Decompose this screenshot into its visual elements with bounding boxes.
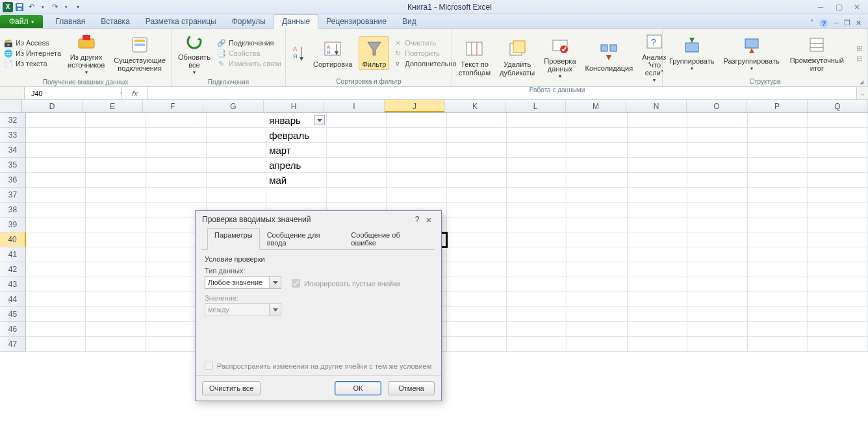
qat-customize-icon[interactable]: ▾ (73, 2, 83, 12)
from-text-button[interactable]: 📄Из текста (4, 59, 61, 68)
cell[interactable] (748, 203, 808, 217)
cell[interactable] (748, 113, 808, 128)
tab-home[interactable]: Главная (48, 15, 94, 28)
cell[interactable] (687, 188, 748, 203)
cell[interactable] (687, 277, 748, 292)
cell[interactable] (146, 128, 207, 143)
cell[interactable] (748, 307, 808, 322)
cell[interactable] (207, 128, 267, 143)
cell[interactable] (447, 217, 507, 232)
row-header[interactable]: 47 (0, 337, 26, 352)
cell[interactable] (146, 188, 207, 203)
cell[interactable] (207, 143, 267, 158)
cell[interactable] (687, 158, 748, 173)
cell[interactable] (387, 158, 447, 173)
hide-detail-button[interactable]: ⊟ (854, 54, 863, 63)
cell[interactable] (567, 322, 628, 337)
data-validation-button[interactable]: Проверка данных▾ (541, 34, 578, 81)
cell[interactable] (146, 143, 207, 158)
cell[interactable] (507, 322, 567, 337)
cell[interactable] (507, 143, 567, 158)
column-header[interactable]: D (22, 100, 83, 112)
undo-dd-icon[interactable]: ▾ (38, 2, 48, 12)
cell[interactable] (507, 173, 567, 188)
ungroup-button[interactable]: Разгруппировать▾ (721, 34, 782, 73)
cell[interactable] (567, 113, 628, 128)
dialog-tab-input-msg[interactable]: Сообщение для ввода (260, 228, 344, 249)
cell[interactable] (507, 337, 567, 352)
filter-dropdown-icon[interactable] (314, 115, 325, 125)
tab-view[interactable]: Вид (394, 15, 424, 28)
from-access-button[interactable]: 🗃️Из Access (4, 38, 61, 47)
cell[interactable] (567, 277, 628, 292)
cell[interactable] (26, 247, 86, 262)
cell[interactable] (447, 173, 507, 188)
clear-filter-button[interactable]: ⨯Очистить (393, 38, 456, 47)
cell[interactable] (266, 188, 327, 203)
cell[interactable] (26, 173, 86, 188)
cell[interactable] (86, 143, 146, 158)
row-header[interactable]: 38 (0, 203, 26, 217)
redo-dd-icon[interactable]: ▾ (61, 2, 71, 12)
cell[interactable] (507, 203, 567, 217)
cell[interactable] (808, 232, 868, 247)
cell[interactable] (628, 247, 688, 262)
dialog-cancel-button[interactable]: Отмена (388, 381, 435, 395)
cell[interactable] (808, 203, 868, 217)
cell[interactable] (26, 277, 86, 292)
dialog-ignore-blank-checkbox[interactable] (292, 279, 300, 288)
dialog-help-button[interactable]: ? (411, 215, 423, 224)
cell[interactable] (327, 173, 387, 188)
cell[interactable] (687, 262, 748, 277)
fx-button[interactable]: fx (122, 87, 148, 99)
cell[interactable] (447, 262, 507, 277)
refresh-all-button[interactable]: Обновить все▾ (175, 30, 213, 77)
cell[interactable] (628, 173, 688, 188)
close-button[interactable]: ✕ (852, 3, 862, 12)
cell[interactable] (86, 322, 146, 337)
connections-button[interactable]: 🔗Подключения (217, 38, 281, 47)
cell[interactable] (86, 173, 146, 188)
cell[interactable] (808, 113, 868, 128)
cell[interactable] (628, 292, 688, 307)
cell[interactable] (507, 128, 567, 143)
dialog-type-combo[interactable]: Любое значение (205, 276, 281, 289)
cell[interactable] (748, 232, 808, 247)
cell[interactable]: март (266, 143, 327, 158)
cell[interactable] (507, 247, 567, 262)
row-header[interactable]: 41 (0, 247, 26, 262)
help-icon[interactable]: ? (819, 19, 828, 28)
cell[interactable] (808, 337, 868, 352)
tab-insert[interactable]: Вставка (93, 15, 138, 28)
redo-icon[interactable]: ↷ (49, 2, 60, 12)
column-header[interactable]: L (505, 100, 566, 112)
existing-conn-button[interactable]: Существующие подключения (111, 33, 168, 73)
cell[interactable] (808, 128, 868, 143)
doc-close-icon[interactable]: ✕ (856, 19, 862, 28)
filter-button[interactable]: Фильтр (359, 36, 389, 70)
dialog-ignore-blank[interactable]: Игнорировать пустые ячейки (292, 279, 400, 288)
chevron-down-icon[interactable] (269, 277, 281, 288)
cell[interactable] (567, 337, 628, 352)
cell[interactable] (26, 203, 86, 217)
cell[interactable] (748, 143, 808, 158)
cell[interactable] (628, 143, 688, 158)
cell[interactable] (327, 128, 387, 143)
cell[interactable] (447, 113, 507, 128)
cell[interactable] (628, 307, 688, 322)
cell[interactable] (26, 158, 86, 173)
cell[interactable] (567, 232, 628, 247)
row-header[interactable]: 45 (0, 307, 26, 322)
dialog-tab-error-msg[interactable]: Сообщение об ошибке (344, 228, 429, 249)
dialog-ok-button[interactable]: ОК (335, 381, 381, 395)
cell[interactable] (86, 113, 146, 128)
cell[interactable] (628, 188, 688, 203)
remove-dup-button[interactable]: Удалить дубликаты (497, 37, 537, 77)
cell[interactable] (447, 322, 507, 337)
cell[interactable] (808, 262, 868, 277)
row-header[interactable]: 35 (0, 158, 26, 173)
cell[interactable] (748, 337, 808, 352)
cell[interactable] (687, 143, 748, 158)
row-header[interactable]: 34 (0, 143, 26, 158)
cell[interactable] (447, 128, 507, 143)
